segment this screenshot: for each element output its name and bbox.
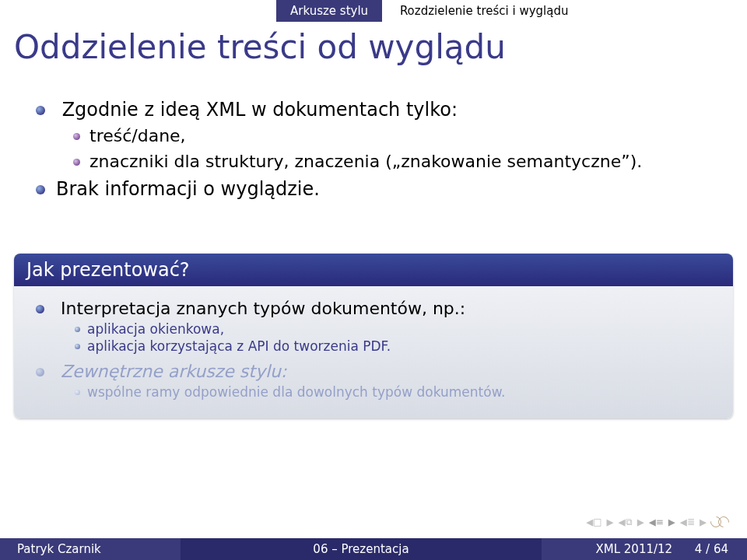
nav-down-icon[interactable]: ▸ [700, 515, 707, 529]
block-subitem-dimmed: wspólne ramy odpowiednie dla dowolnych t… [75, 384, 727, 400]
nav-back-icon[interactable]: ◂≡ [649, 515, 664, 529]
nav-prev-section-icon[interactable]: ◂⧉ [619, 515, 633, 529]
block-subitem: aplikacja okienkowa, [75, 321, 727, 337]
nav-next-section-icon[interactable]: ▸ [637, 515, 644, 529]
footer: Patryk Czarnik 06 – Prezentacja XML 2011… [0, 538, 747, 560]
slide-body: Zgodnie z ideą XML w dokumentach tylko: … [14, 93, 722, 207]
body-item: Brak informacji o wyglądzie. [36, 177, 722, 201]
nav-up-icon[interactable]: ◂≣ [680, 515, 695, 529]
body-text: Zgodnie z ideą XML w dokumentach tylko: [62, 99, 458, 121]
block-body: Interpretacja znanych typów dokumentów, … [14, 286, 733, 418]
nav-forward-icon[interactable]: ▸ [668, 515, 675, 529]
block-text: Interpretacja znanych typów dokumentów, … [61, 299, 465, 318]
top-nav: Arkusze stylu Rozdzielenie treści i wygl… [0, 0, 747, 22]
nav-toolbar: ◂□ ▸ ◂⧉ ▸ ◂≡ ▸ ◂≣ ▸ [586, 513, 728, 530]
slide-title: Oddzielenie treści od wyglądu [14, 28, 506, 66]
body-item: Zgodnie z ideą XML w dokumentach tylko: … [36, 98, 722, 173]
footer-course: XML 2011/12 [595, 542, 672, 556]
footer-title: 06 – Prezentacja [181, 538, 542, 560]
nav-cycle-icon[interactable] [711, 516, 728, 528]
body-subitem: treść/dane, [73, 125, 722, 148]
block-text-dimmed: Zewnętrzne arkusze stylu: [61, 362, 286, 381]
footer-page: XML 2011/12 4 / 64 [542, 542, 747, 556]
block-title: Jak prezentować? [14, 254, 733, 286]
footer-author: Patryk Czarnik [0, 542, 181, 556]
slide: Arkusze stylu Rozdzielenie treści i wygl… [0, 0, 747, 560]
block-item: Interpretacja znanych typów dokumentów, … [36, 299, 727, 354]
block-item-dimmed: Zewnętrzne arkusze stylu: wspólne ramy o… [36, 362, 727, 400]
block-subitem: aplikacja korzystająca z API do tworzeni… [75, 338, 727, 354]
nav-section[interactable]: Arkusze stylu [276, 0, 382, 22]
nav-prev-icon[interactable]: ▸ [607, 515, 614, 529]
body-subitem: znaczniki dla struktury, znaczenia („zna… [73, 151, 722, 173]
block: Jak prezentować? Interpretacja znanych t… [14, 254, 733, 418]
nav-first-icon[interactable]: ◂□ [586, 515, 601, 529]
footer-page-number: 4 / 64 [695, 542, 728, 556]
nav-subsection[interactable]: Rozdzielenie treści i wyglądu [386, 0, 583, 22]
